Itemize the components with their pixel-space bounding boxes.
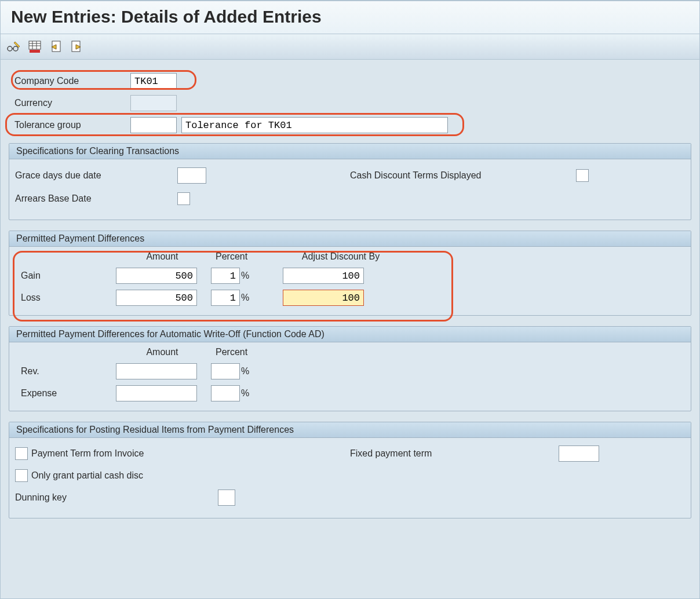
fixed-payment-term-label: Fixed payment term bbox=[350, 448, 559, 459]
loss-adjust-input[interactable] bbox=[283, 290, 364, 306]
cash-disc-displayed-checkbox[interactable] bbox=[576, 169, 589, 182]
arrears-base-date-checkbox[interactable] bbox=[177, 192, 190, 205]
title-area: New Entries: Details of Added Entries bbox=[1, 1, 699, 34]
expense-label: Expense bbox=[21, 388, 114, 399]
loss-label: Loss bbox=[21, 293, 114, 303]
percent-sign: % bbox=[241, 271, 249, 281]
expense-percent-input[interactable] bbox=[211, 385, 240, 401]
partial-cash-disc-label: Only grant partial cash disc bbox=[31, 470, 143, 481]
grace-days-label: Grace days due date bbox=[15, 170, 177, 181]
sap-window: New Entries: Details of Added Entries bbox=[0, 0, 700, 599]
next-entry-button[interactable] bbox=[69, 39, 84, 54]
svg-point-0 bbox=[8, 46, 12, 51]
rev-label: Rev. bbox=[21, 366, 114, 377]
gain-percent-input[interactable] bbox=[211, 268, 240, 284]
col-amount-header-2: Amount bbox=[116, 347, 209, 357]
previous-entry-button[interactable] bbox=[48, 39, 63, 54]
svg-point-1 bbox=[13, 46, 18, 51]
payment-term-from-invoice-label: Payment Term from Invoice bbox=[31, 448, 144, 459]
company-code-label: Company Code bbox=[9, 76, 130, 86]
rev-amount-input[interactable] bbox=[116, 363, 197, 379]
loss-amount-input[interactable] bbox=[116, 290, 197, 306]
dunning-key-input[interactable] bbox=[218, 490, 235, 506]
arrears-base-date-label: Arrears Base Date bbox=[15, 193, 177, 204]
toolbar bbox=[1, 34, 699, 60]
content-area: Company Code Currency Tolerance group Sp… bbox=[1, 60, 699, 518]
col-percent-header: Percent bbox=[211, 251, 280, 262]
col-amount-header: Amount bbox=[116, 251, 209, 262]
section-permitted-diffs: Permitted Payment Differences Amount Per… bbox=[9, 231, 691, 316]
percent-sign: % bbox=[241, 293, 249, 303]
tolerance-group-input[interactable] bbox=[130, 117, 177, 133]
tolerance-group-label: Tolerance group bbox=[9, 120, 130, 130]
grace-days-input[interactable] bbox=[177, 167, 206, 184]
gain-label: Gain bbox=[21, 271, 114, 281]
expense-amount-input[interactable] bbox=[116, 385, 197, 401]
company-code-input[interactable] bbox=[130, 73, 177, 89]
loss-percent-input[interactable] bbox=[211, 290, 240, 306]
section-auto-writeoff-title: Permitted Payment Differences for Automa… bbox=[9, 327, 691, 342]
svg-rect-7 bbox=[30, 50, 40, 53]
partial-cash-disc-checkbox[interactable] bbox=[15, 469, 28, 482]
delete-button[interactable] bbox=[27, 39, 42, 54]
gain-adjust-input[interactable] bbox=[283, 268, 364, 284]
currency-display bbox=[130, 95, 177, 111]
header-fields: Company Code Currency Tolerance group bbox=[9, 70, 691, 136]
payment-term-from-invoice-checkbox[interactable] bbox=[15, 447, 28, 460]
col-percent-header-2: Percent bbox=[211, 347, 280, 357]
col-adjust-header: Adjust Discount By bbox=[283, 251, 399, 262]
gain-amount-input[interactable] bbox=[116, 268, 197, 284]
section-permitted-diffs-title: Permitted Payment Differences bbox=[9, 231, 691, 247]
toggle-display-change-button[interactable] bbox=[6, 39, 21, 54]
section-clearing-specs: Specifications for Clearing Transactions… bbox=[9, 143, 691, 220]
percent-sign: % bbox=[241, 388, 249, 399]
percent-sign: % bbox=[241, 366, 249, 377]
glasses-pencil-icon bbox=[7, 41, 21, 53]
table-delete-icon bbox=[28, 41, 41, 53]
section-clearing-title: Specifications for Clearing Transactions bbox=[9, 144, 691, 159]
tolerance-group-desc-input[interactable] bbox=[181, 117, 448, 133]
dunning-key-label: Dunning key bbox=[15, 492, 218, 503]
fixed-payment-term-input[interactable] bbox=[559, 445, 599, 462]
page-prev-icon bbox=[49, 41, 62, 53]
section-auto-writeoff: Permitted Payment Differences for Automa… bbox=[9, 326, 691, 411]
cash-disc-displayed-label: Cash Discount Terms Displayed bbox=[350, 170, 576, 181]
page-title: New Entries: Details of Added Entries bbox=[11, 7, 689, 27]
rev-percent-input[interactable] bbox=[211, 363, 240, 379]
currency-label: Currency bbox=[9, 98, 130, 108]
page-next-icon bbox=[70, 41, 83, 53]
svg-rect-2 bbox=[29, 41, 41, 49]
section-residual-title: Specifications for Posting Residual Item… bbox=[9, 422, 691, 438]
section-residual-posting: Specifications for Posting Residual Item… bbox=[9, 422, 691, 518]
